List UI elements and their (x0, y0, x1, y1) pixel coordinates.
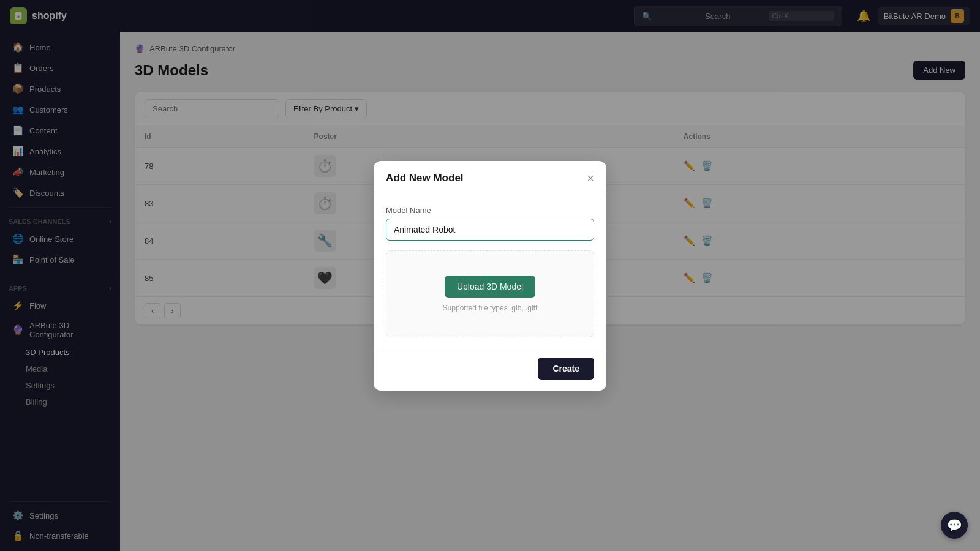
modal-close-button[interactable]: × (587, 172, 594, 184)
create-button[interactable]: Create (538, 358, 594, 380)
chat-bubble-button[interactable]: 💬 (941, 512, 968, 539)
modal-title: Add New Model (386, 172, 464, 184)
chat-icon: 💬 (947, 518, 962, 533)
upload-hint: Supported file types .glb, .gltf (443, 304, 538, 312)
model-name-input[interactable] (386, 219, 594, 241)
modal-overlay[interactable]: Add New Model × Model Name Upload 3D Mod… (0, 0, 980, 551)
modal-body: Model Name Upload 3D Model Supported fil… (374, 193, 606, 350)
modal-header: Add New Model × (374, 161, 606, 193)
add-new-model-modal: Add New Model × Model Name Upload 3D Mod… (374, 161, 606, 391)
upload-area[interactable]: Upload 3D Model Supported file types .gl… (386, 250, 594, 337)
upload-3d-model-button[interactable]: Upload 3D Model (445, 276, 535, 298)
model-name-field-group: Model Name (386, 206, 594, 241)
modal-footer: Create (374, 350, 606, 391)
model-name-label: Model Name (386, 206, 594, 215)
